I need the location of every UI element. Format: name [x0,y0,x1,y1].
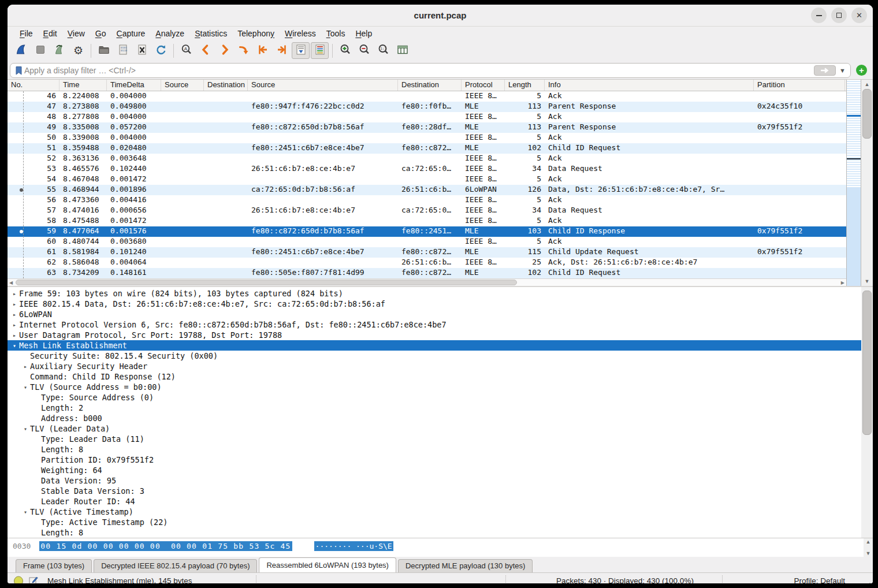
display-filter-input[interactable] [24,66,814,75]
expander-collapsed-icon[interactable]: ▸ [21,363,30,370]
packet-row-57[interactable]: 578.4740160.00065626:51:c6:b7:e8:ce:4b:e… [8,206,846,216]
packet-row-62[interactable]: 628.5860480.00406426:51:c6:b…IEEE 8…25Ac… [8,258,846,268]
vscroll-down-arrow-icon[interactable]: ▼ [861,278,873,284]
tree-row[interactable]: Type: Leader Data (11) [8,434,861,444]
packet-row-50[interactable]: 508.3390080.004000IEEE 8…5Ack [8,133,846,143]
column-header-destination-6[interactable]: Destination [398,80,462,91]
expander-collapsed-icon[interactable]: ▸ [10,291,19,297]
menu-file[interactable]: File [14,28,38,39]
hex-bytes-selected[interactable]: 00 15 0d 00 00 00 00 00 00 00 01 75 bb 5… [39,541,292,551]
column-header-info-9[interactable]: Info [545,80,754,91]
packet-row-56[interactable]: 568.4733600.004416IEEE 8…5Ack [8,195,846,206]
column-header-partition-10[interactable]: Partition [754,80,845,91]
packet-row-54[interactable]: 548.4670480.001472IEEE 8…5Ack [8,174,846,185]
column-header-no-0[interactable]: No. [8,80,59,91]
expander-expanded-icon[interactable]: ▾ [21,426,30,432]
packet-row-49[interactable]: 498.3350080.057200fe80::c872:650d:b7b8:5… [8,122,846,133]
display-filter-box[interactable]: ▼ [10,63,851,78]
menu-telephony[interactable]: Telephony [232,28,280,39]
close-file-button[interactable] [133,42,151,59]
first-packet-button[interactable] [254,42,271,59]
details-vscroll-thumb[interactable] [862,291,872,435]
expander-collapsed-icon[interactable]: ▸ [10,332,19,338]
expander-collapsed-icon[interactable]: ▸ [10,311,19,318]
expander-expanded-icon[interactable]: ▾ [21,384,30,390]
tree-row[interactable]: Data Version: 95 [8,475,861,486]
bytes-scroll-up-icon[interactable]: ▲ [864,539,873,545]
auto-scroll-button[interactable] [292,42,310,59]
tree-row[interactable]: Length: 2 [8,403,861,413]
apply-filter-button[interactable] [814,65,836,76]
hex-dump-row[interactable]: 003000 15 0d 00 00 00 00 00 00 00 01 75 … [8,538,864,557]
packet-list-hscrollbar[interactable]: ◀ ▶ [8,278,846,286]
packet-row-52[interactable]: 528.3631360.003648IEEE 8…5Ack [8,154,846,164]
open-file-button[interactable] [95,42,113,59]
hscroll-right-arrow-icon[interactable]: ▶ [841,280,844,285]
find-packet-button[interactable]: A [177,42,195,59]
column-header-source-3[interactable]: Source [161,80,204,91]
bytes-scroll-down-icon[interactable]: ▼ [864,550,873,556]
zoom-out-button[interactable] [355,42,373,59]
tree-row[interactable]: ▸6LoWPAN [8,309,861,319]
tree-row[interactable]: Security Suite: 802.15.4 Security (0x00) [8,351,861,361]
last-packet-button[interactable] [273,42,291,59]
tree-row[interactable]: ▸Internet Protocol Version 6, Src: fe80:… [8,319,861,330]
expert-info-icon[interactable] [13,576,24,584]
capture-comment-icon[interactable] [28,576,38,583]
packet-list-vscroll-thumb[interactable] [862,89,872,139]
tree-row[interactable]: Address: b000 [8,413,861,423]
packet-row-63[interactable]: 638.7342090.148161fe80::505e:f807:7f81:4… [8,268,846,278]
expander-collapsed-icon[interactable]: ▸ [10,301,19,307]
tree-row[interactable]: ▾TLV (Leader Data) [8,423,861,434]
tree-row[interactable]: ▸User Datagram Protocol, Src Port: 19788… [8,330,861,340]
add-filter-button[interactable]: + [856,65,867,76]
column-header-timedelta-2[interactable]: TimeDelta [107,80,161,91]
packet-list-vscrollbar[interactable]: ▲ ▼ [861,80,873,286]
packet-row-58[interactable]: 588.4754880.001472IEEE 8…5Ack [8,216,846,226]
bytes-tab[interactable]: Frame (103 bytes) [16,559,92,572]
expander-collapsed-icon[interactable]: ▸ [10,322,19,328]
restart-capture-button[interactable] [50,42,68,59]
packet-row-61[interactable]: 618.5819840.101240fe80::2451:c6b7:e8ce:4… [8,247,846,258]
save-file-button[interactable]: 01010110 [114,42,132,59]
hscroll-thumb[interactable] [16,280,517,285]
packet-row-53[interactable]: 538.4655760.10244026:51:c6:b7:e8:ce:4b:e… [8,164,846,174]
tree-row[interactable]: Type: Active Timestamp (22) [8,517,861,527]
expander-expanded-icon[interactable]: ▾ [21,509,30,515]
title-bar[interactable]: current.pcap ✕ [8,5,873,27]
maximize-button[interactable] [831,8,847,23]
column-header-protocol-7[interactable]: Protocol [462,80,505,91]
bytes-tab[interactable]: Decrypted IEEE 802.15.4 payload (70 byte… [94,559,257,572]
column-header-destination-4[interactable]: Destination [204,80,248,91]
tree-row[interactable]: ▸Frame 59: 103 bytes on wire (824 bits),… [8,288,861,299]
tree-row[interactable]: Leader Router ID: 44 [8,496,861,507]
capture-options-button[interactable]: ⚙ [69,42,87,59]
tree-row[interactable]: ▸Auxiliary Security Header [8,361,861,371]
expander-expanded-icon[interactable]: ▾ [10,343,19,349]
resize-columns-button[interactable] [393,42,411,59]
zoom-in-button[interactable] [336,42,354,59]
wireshark-fin-start-button[interactable] [12,42,30,59]
details-vscrollbar[interactable] [861,287,873,538]
tree-row[interactable]: ▾Mesh Link Establishment [8,340,861,351]
column-header-length-8[interactable]: Length [505,80,545,91]
vscroll-up-arrow-icon[interactable]: ▲ [861,81,873,87]
menu-analyze[interactable]: Analyze [150,28,189,39]
intelligent-scrollbar-minimap[interactable] [846,80,861,286]
hscroll-left-arrow-icon[interactable]: ◀ [9,280,13,285]
menu-tools[interactable]: Tools [321,28,351,39]
packet-row-46[interactable]: 468.2240080.004000IEEE 8…5Ack [8,91,846,102]
column-header-time-1[interactable]: Time [59,80,107,91]
colorize-button[interactable] [311,42,329,59]
filter-dropdown-caret[interactable]: ▼ [839,67,846,74]
menu-capture[interactable]: Capture [111,28,151,39]
bytes-tab[interactable]: Reassembled 6LoWPAN (193 bytes) [259,557,396,572]
tree-row[interactable]: Command: Child ID Response (12) [8,371,861,382]
menu-edit[interactable]: Edit [38,28,62,39]
reload-file-button[interactable] [152,42,170,59]
go-to-packet-button[interactable] [235,42,252,59]
packet-row-59[interactable]: 598.4770640.001576fe80::c872:650d:b7b8:5… [8,226,846,237]
go-forward-button[interactable] [215,42,233,59]
packet-row-55[interactable]: 558.4689440.001896ca:72:65:0d:b7:b8:56:a… [8,185,846,195]
stop-capture-button[interactable] [31,42,49,59]
